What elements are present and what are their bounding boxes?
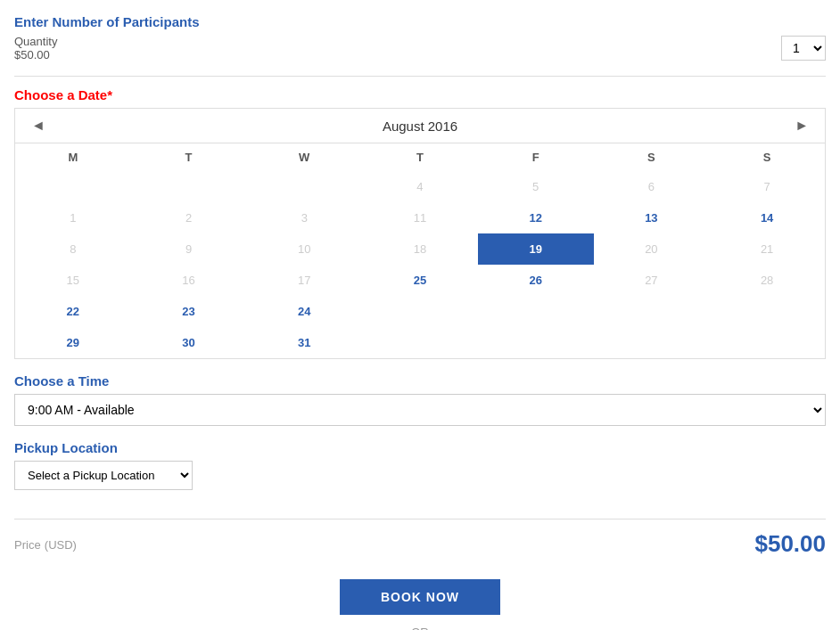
- day-header-tue: T: [131, 143, 247, 172]
- quantity-price-text: $50.00: [14, 48, 57, 61]
- calendar-day-cell: [709, 327, 825, 358]
- divider-2: [14, 519, 826, 520]
- calendar-day-cell[interactable]: 13: [594, 202, 710, 233]
- calendar-day-cell: 18: [362, 233, 478, 265]
- calendar-week-row: 4567: [15, 171, 825, 202]
- calendar-week-row: 12311121314: [15, 202, 825, 233]
- calendar-day-cell: [709, 296, 825, 327]
- pickup-label: Pickup Location: [14, 440, 826, 455]
- calendar-next-button[interactable]: ►: [789, 116, 814, 135]
- pickup-select[interactable]: Select a Pickup Location: [14, 461, 193, 490]
- quantity-row: Quantity $50.00 1 2 3 4 5: [14, 35, 826, 61]
- calendar-day-cell: [362, 327, 478, 358]
- price-label: Price (USD): [14, 536, 77, 552]
- calendar-day-cell: 4: [362, 171, 478, 202]
- time-select[interactable]: 9:00 AM - Available 10:00 AM - Available…: [14, 394, 826, 426]
- calendar-day-cell: 17: [246, 265, 362, 296]
- calendar-day-cell: 27: [594, 265, 710, 296]
- calendar-day-cell: 3: [246, 202, 362, 233]
- calendar-day-cell: [15, 171, 131, 202]
- calendar-day-cell: 2: [131, 202, 247, 233]
- or-divider: OR: [286, 626, 554, 630]
- calendar-day-cell: 7: [709, 171, 825, 202]
- calendar-week-row: 222324: [15, 296, 825, 327]
- calendar-grid: M T W T F S S 45671231112131489101819202…: [15, 143, 825, 358]
- calendar-day-cell: 6: [594, 171, 710, 202]
- calendar-day-cell: 9: [131, 233, 247, 265]
- day-header-wed: W: [246, 143, 362, 172]
- calendar-day-cell[interactable]: 14: [709, 202, 825, 233]
- day-header-thu: T: [362, 143, 478, 172]
- calendar-header: ◄ August 2016 ►: [15, 109, 825, 143]
- book-now-button[interactable]: BOOK NOW: [340, 579, 500, 615]
- day-header-fri: F: [478, 143, 594, 172]
- calendar-day-cell: 16: [131, 265, 247, 296]
- calendar-container: ◄ August 2016 ► M T W T F S S 4567123111…: [14, 108, 826, 359]
- calendar-week-row: 891018192021: [15, 233, 825, 265]
- calendar-day-cell: 15: [15, 265, 131, 296]
- calendar-day-cell[interactable]: 30: [131, 327, 247, 358]
- calendar-day-cell: 8: [15, 233, 131, 265]
- calendar-day-cell: 21: [709, 233, 825, 265]
- day-header-sat: S: [594, 143, 710, 172]
- calendar-day-cell: [594, 327, 710, 358]
- price-value: $50.00: [754, 530, 826, 558]
- calendar-day-cell[interactable]: 25: [362, 265, 478, 296]
- calendar-day-cell[interactable]: 19: [478, 233, 594, 265]
- day-header-mon: M: [15, 143, 131, 172]
- price-row: Price (USD) $50.00: [14, 530, 826, 558]
- calendar-day-cell: 10: [246, 233, 362, 265]
- participants-section-title: Enter Number of Participants: [14, 14, 826, 29]
- calendar-day-cell[interactable]: 26: [478, 265, 594, 296]
- calendar-month-label: August 2016: [383, 119, 457, 134]
- calendar-day-cell: 11: [362, 202, 478, 233]
- quantity-select[interactable]: 1 2 3 4 5: [781, 36, 826, 61]
- buttons-area: BOOK NOW OR BUY GIFT CARD: [14, 579, 826, 630]
- calendar-body: 4567123111213148910181920211516172526272…: [15, 171, 825, 358]
- calendar-day-cell: [478, 327, 594, 358]
- quantity-label-text: Quantity: [14, 35, 57, 48]
- calendar-day-cell[interactable]: 31: [246, 327, 362, 358]
- calendar-day-cell: [594, 296, 710, 327]
- calendar-day-cell[interactable]: 23: [131, 296, 247, 327]
- choose-date-label: Choose a Date*: [14, 87, 826, 102]
- day-header-sun: S: [709, 143, 825, 172]
- calendar-prev-button[interactable]: ◄: [26, 116, 51, 135]
- choose-time-label: Choose a Time: [14, 373, 826, 389]
- calendar-day-cell: 20: [594, 233, 710, 265]
- quantity-label: Quantity $50.00: [14, 35, 57, 61]
- calendar-day-cell[interactable]: 29: [15, 327, 131, 358]
- calendar-week-row: 15161725262728: [15, 265, 825, 296]
- calendar-day-cell[interactable]: 12: [478, 202, 594, 233]
- calendar-day-cell: 5: [478, 171, 594, 202]
- divider-1: [14, 76, 826, 77]
- calendar-day-cell: [131, 171, 247, 202]
- calendar-day-cell: [246, 171, 362, 202]
- calendar-day-cell[interactable]: 24: [246, 296, 362, 327]
- calendar-day-cell[interactable]: 22: [15, 296, 131, 327]
- calendar-day-cell: [478, 296, 594, 327]
- calendar-week-row: 293031: [15, 327, 825, 358]
- calendar-day-cell: 28: [709, 265, 825, 296]
- calendar-day-cell: [362, 296, 478, 327]
- calendar-day-cell: 1: [15, 202, 131, 233]
- calendar-header-row: M T W T F S S: [15, 143, 825, 172]
